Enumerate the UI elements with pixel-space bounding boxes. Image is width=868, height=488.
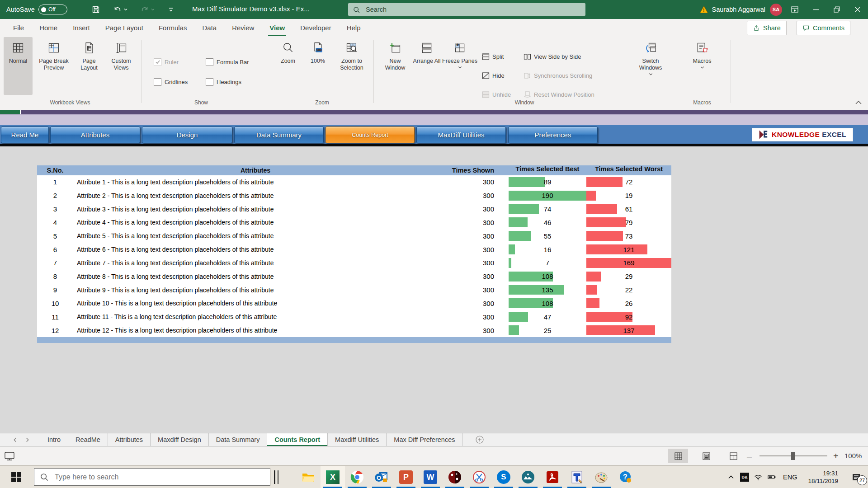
zoom-button[interactable]: Zoom [274, 37, 302, 95]
split-button[interactable]: Split [482, 52, 504, 61]
sheet-tab-intro[interactable]: Intro [40, 433, 68, 446]
ruler-checkbox[interactable]: Ruler [154, 58, 179, 66]
quick-access-customize-button[interactable] [168, 3, 174, 16]
nav-button-preferences[interactable]: Preferences [508, 127, 598, 143]
zoom-in-button[interactable]: + [833, 451, 839, 461]
ribbon-tab-file[interactable]: File [5, 19, 32, 36]
scroll-tabs-left-icon[interactable] [13, 437, 18, 442]
zoom-out-button[interactable]: – [747, 451, 752, 462]
taskbar-app-media-app[interactable] [443, 466, 467, 488]
taskbar-search-box[interactable] [34, 468, 270, 486]
taskbar-app-skype[interactable]: S [491, 466, 516, 488]
sheet-tab-attributes[interactable]: Attributes [108, 433, 151, 446]
ribbon-tab-insert[interactable]: Insert [65, 19, 98, 36]
taskbar-app-text-editor[interactable] [565, 466, 589, 488]
battery-icon[interactable] [765, 466, 778, 488]
search-input[interactable] [365, 5, 581, 14]
nav-button-counts-report[interactable]: Counts Report [326, 127, 415, 143]
normal-button[interactable]: Normal [4, 37, 33, 95]
wifi-icon[interactable] [751, 466, 765, 488]
view-side-by-side-button[interactable]: View Side by Side [524, 52, 581, 61]
sheet-tab-max-diff-preferences[interactable]: Max Diff Preferences [387, 433, 462, 446]
zoom-to-selection-button[interactable]: Zoom to Selection [334, 37, 370, 95]
synchronous-scrolling-button[interactable]: Synchronous Scrolling [524, 70, 592, 80]
zoom-level[interactable]: 100% [844, 452, 862, 460]
new-sheet-button[interactable] [475, 433, 484, 446]
taskbar-app-word[interactable]: W [418, 466, 443, 488]
nav-button-design[interactable]: Design [142, 127, 232, 143]
nav-button-attributes[interactable]: Attributes [50, 127, 140, 143]
nav-button-data-summary[interactable]: Data Summary [234, 127, 324, 143]
switch-windows-button[interactable]: Switch Windows [632, 37, 669, 95]
avatar[interactable]: SA [770, 4, 782, 16]
taskbar-app-excel[interactable]: X [321, 466, 345, 488]
task-view-button[interactable] [274, 470, 282, 484]
ribbon-tab-home[interactable]: Home [32, 19, 65, 36]
taskbar-app-chrome[interactable] [345, 466, 369, 488]
taskbar-search-input[interactable] [54, 473, 264, 482]
taskbar-app-powerpoint[interactable]: P [394, 466, 418, 488]
unhide-button[interactable]: Unhide [482, 89, 511, 99]
taskbar-app-help[interactable]: ? [613, 466, 638, 488]
page-layout-button[interactable]: Page Layout [75, 37, 103, 95]
restore-button[interactable] [826, 0, 847, 19]
nav-button-maxdiff-utilities[interactable]: MaxDiff Utilities [416, 127, 506, 143]
sheet-tab-readme[interactable]: ReadMe [68, 433, 108, 446]
tray-app-icon[interactable]: B& [738, 466, 751, 488]
ribbon-tab-help[interactable]: Help [339, 19, 368, 36]
taskbar-app-paint3d[interactable] [516, 466, 540, 488]
sheet-tab-data-summary[interactable]: Data Summary [209, 433, 268, 446]
close-button[interactable] [847, 0, 868, 19]
undo-button[interactable] [113, 3, 128, 16]
action-center-button[interactable]: 27 [844, 466, 868, 488]
redo-button[interactable] [140, 3, 155, 16]
taskbar-app-acrobat[interactable] [540, 466, 565, 488]
scroll-tabs-right-icon[interactable] [25, 437, 30, 442]
ribbon-tab-data[interactable]: Data [194, 19, 224, 36]
100-button[interactable]: 100100% [304, 37, 332, 95]
ribbon-tab-view[interactable]: View [262, 19, 292, 36]
view-page-break-button[interactable] [723, 449, 743, 463]
user-name[interactable]: Saurabh Aggarwal [712, 6, 766, 13]
autosave-toggle[interactable]: AutoSave Off [6, 4, 67, 15]
freeze-panes-icon: * [453, 42, 466, 54]
ribbon-tab-page-layout[interactable]: Page Layout [98, 19, 151, 36]
tray-expand-button[interactable] [724, 466, 738, 488]
reset-window-position-button[interactable]: Reset Window Position [524, 89, 594, 99]
formula-bar-checkbox[interactable]: Formula Bar [206, 58, 249, 66]
headings-checkbox[interactable]: Headings [206, 78, 241, 86]
macros-button[interactable]: Macros [686, 37, 718, 95]
ribbon-tab-formulas[interactable]: Formulas [151, 19, 195, 36]
hide-button[interactable]: Hide [482, 70, 505, 80]
page-break-preview-button[interactable]: Page Break Preview [34, 37, 73, 95]
zoom-slider-thumb[interactable] [791, 452, 795, 460]
arrange-all-button[interactable]: Arrange All [412, 37, 441, 95]
ribbon-tab-review[interactable]: Review [224, 19, 262, 36]
language-indicator[interactable]: ENG [783, 474, 797, 481]
ribbon-display-options-icon[interactable] [790, 5, 799, 14]
minimize-button[interactable] [806, 0, 826, 19]
ribbon-tab-developer[interactable]: Developer [292, 19, 339, 36]
view-page-layout-button[interactable] [696, 449, 716, 463]
collapse-ribbon-icon[interactable] [854, 99, 863, 107]
clock[interactable]: 19:31 18/11/2019 [808, 469, 838, 485]
taskbar-app-snipping-tool[interactable] [467, 466, 491, 488]
status-icon[interactable] [4, 450, 15, 462]
sheet-tab-maxdiff-design[interactable]: Maxdiff Design [151, 433, 209, 446]
sheet-tab-maxdiff-utilities[interactable]: Maxdiff Utilities [328, 433, 387, 446]
freeze-panes-button[interactable]: *Freeze Panes [442, 37, 477, 95]
taskbar-app-outlook[interactable]: O [369, 466, 394, 488]
taskbar-app-paint[interactable] [589, 466, 613, 488]
save-button[interactable] [91, 3, 100, 16]
new-window-button[interactable]: New Window [380, 37, 410, 95]
view-normal-button[interactable] [668, 449, 688, 463]
share-button[interactable]: Share [747, 21, 787, 35]
taskbar-app-file-explorer[interactable] [296, 466, 321, 488]
nav-button-read-me[interactable]: Read Me [1, 127, 49, 143]
start-button[interactable] [5, 466, 27, 488]
sheet-tab-counts-report[interactable]: Counts Report [267, 433, 328, 446]
gridlines-checkbox[interactable]: Gridlines [154, 78, 188, 86]
search-box[interactable] [348, 3, 585, 16]
custom-views-button[interactable]: Custom Views [105, 37, 137, 95]
comments-button[interactable]: Comments [797, 21, 850, 35]
